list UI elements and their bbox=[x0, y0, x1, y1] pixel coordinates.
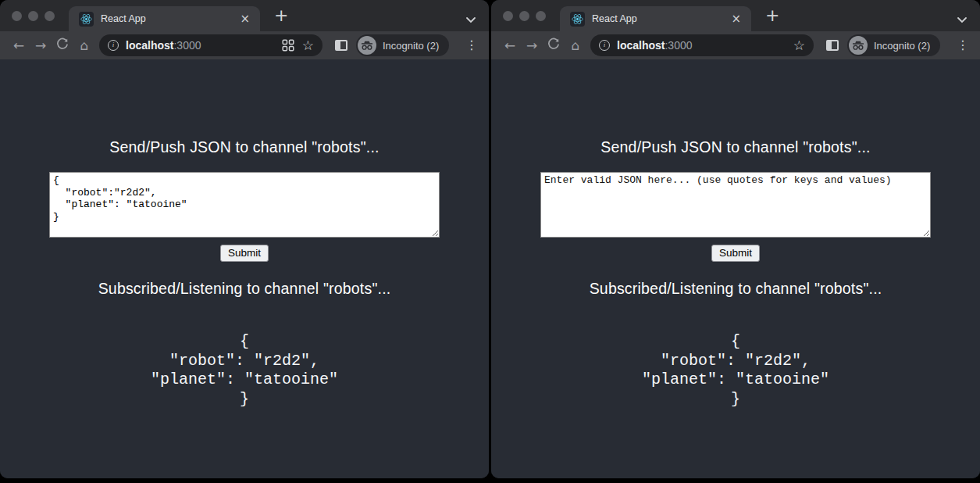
browser-menu-icon[interactable]: ⋮ bbox=[462, 39, 481, 52]
url-text: localhost:3000 bbox=[617, 39, 693, 52]
browser-toolbar: ← → ⌂ i localhost:3000 ☆ Incognito (2) ⋮ bbox=[0, 31, 489, 59]
tab-strip: React App × + bbox=[0, 0, 489, 31]
react-favicon-icon bbox=[79, 12, 94, 27]
url-host: localhost bbox=[126, 39, 173, 52]
json-output-line: "planet": "tatooine" bbox=[491, 370, 980, 390]
json-output-line: "robot": "r2d2", bbox=[491, 352, 980, 371]
url-port: :3000 bbox=[665, 39, 692, 52]
traffic-light-minimize-button[interactable] bbox=[519, 11, 529, 21]
site-info-icon[interactable]: i bbox=[108, 40, 119, 51]
incognito-avatar-icon bbox=[849, 36, 868, 55]
traffic-light-close-button[interactable] bbox=[12, 11, 22, 21]
traffic-light-zoom-button[interactable] bbox=[45, 11, 55, 21]
json-output-line: "planet": "tatooine" bbox=[0, 370, 489, 390]
window-controls bbox=[0, 11, 55, 21]
new-tab-button[interactable]: + bbox=[762, 5, 782, 26]
traffic-light-minimize-button[interactable] bbox=[28, 11, 38, 21]
home-icon[interactable]: ⌂ bbox=[73, 34, 95, 56]
incognito-label: Incognito (2) bbox=[383, 40, 439, 52]
listen-heading: Subscribed/Listening to channel "robots"… bbox=[0, 262, 489, 298]
page-content: Send/Push JSON to channel "robots"... { … bbox=[0, 59, 489, 478]
incognito-badge[interactable]: Incognito (2) bbox=[356, 34, 449, 56]
tab-close-icon[interactable]: × bbox=[237, 13, 252, 25]
json-input[interactable] bbox=[540, 172, 931, 238]
tab-close-icon[interactable]: × bbox=[729, 13, 743, 25]
react-favicon-icon bbox=[570, 12, 585, 27]
url-port: :3000 bbox=[173, 39, 201, 52]
page-content: Send/Push JSON to channel "robots"... Su… bbox=[491, 59, 980, 478]
listen-heading: Subscribed/Listening to channel "robots"… bbox=[491, 262, 980, 298]
browser-menu-icon[interactable]: ⋮ bbox=[953, 39, 972, 52]
side-panel-icon[interactable] bbox=[826, 40, 839, 51]
tab-react-app[interactable]: React App × bbox=[560, 6, 751, 31]
site-info-icon[interactable]: i bbox=[599, 40, 610, 51]
json-output-line: { bbox=[491, 332, 980, 352]
browser-window-left: React App × + ← → ⌂ i localhost:3000 ☆ bbox=[0, 0, 489, 478]
submit-row: Submit bbox=[491, 245, 980, 262]
reload-icon[interactable] bbox=[543, 34, 565, 56]
tab-title: React App bbox=[592, 13, 637, 24]
submit-button[interactable]: Submit bbox=[711, 245, 760, 262]
json-input[interactable]: { "robot":"r2d2", "planet": "tatooine" } bbox=[49, 172, 440, 238]
incognito-avatar-icon bbox=[358, 36, 376, 55]
browser-toolbar: ← → ⌂ i localhost:3000 ☆ Incognito (2) ⋮ bbox=[491, 31, 980, 59]
tab-react-app[interactable]: React App × bbox=[69, 6, 260, 31]
browser-window-right: React App × + ← → ⌂ i localhost:3000 ☆ I… bbox=[491, 0, 980, 478]
tab-title: React App bbox=[101, 13, 146, 24]
json-output-line: } bbox=[491, 390, 980, 410]
reload-icon[interactable] bbox=[52, 34, 73, 56]
organize-tabs-icon[interactable] bbox=[282, 39, 294, 52]
back-icon[interactable]: ← bbox=[8, 34, 30, 56]
traffic-light-zoom-button[interactable] bbox=[536, 11, 546, 21]
bookmark-star-icon[interactable]: ☆ bbox=[793, 39, 805, 52]
home-icon[interactable]: ⌂ bbox=[565, 34, 586, 56]
forward-icon[interactable]: → bbox=[30, 34, 52, 56]
tab-strip: React App × + bbox=[491, 0, 980, 31]
address-bar[interactable]: i localhost:3000 ☆ bbox=[99, 34, 323, 56]
bookmark-star-icon[interactable]: ☆ bbox=[302, 39, 314, 52]
url-host: localhost bbox=[617, 39, 665, 52]
back-icon[interactable]: ← bbox=[499, 34, 521, 56]
incognito-label: Incognito (2) bbox=[874, 40, 930, 52]
forward-icon[interactable]: → bbox=[521, 34, 543, 56]
submit-row: Submit bbox=[0, 245, 489, 262]
side-panel-icon[interactable] bbox=[335, 40, 347, 51]
window-controls bbox=[491, 11, 546, 21]
json-output: { "robot": "r2d2", "planet": "tatooine" … bbox=[491, 332, 980, 409]
url-text: localhost:3000 bbox=[126, 39, 201, 52]
send-heading: Send/Push JSON to channel "robots"... bbox=[0, 59, 489, 156]
tab-list-chevron-icon[interactable] bbox=[465, 13, 476, 27]
json-output-line: } bbox=[0, 390, 489, 410]
send-heading: Send/Push JSON to channel "robots"... bbox=[491, 59, 980, 156]
incognito-badge[interactable]: Incognito (2) bbox=[847, 34, 940, 56]
submit-button[interactable]: Submit bbox=[220, 245, 269, 262]
address-bar[interactable]: i localhost:3000 ☆ bbox=[590, 34, 814, 56]
json-output: { "robot": "r2d2", "planet": "tatooine" … bbox=[0, 332, 489, 409]
traffic-light-close-button[interactable] bbox=[503, 11, 513, 21]
new-tab-button[interactable]: + bbox=[271, 5, 291, 26]
json-output-line: { bbox=[0, 332, 489, 352]
tab-list-chevron-icon[interactable] bbox=[957, 13, 968, 27]
json-output-line: "robot": "r2d2", bbox=[0, 352, 489, 371]
